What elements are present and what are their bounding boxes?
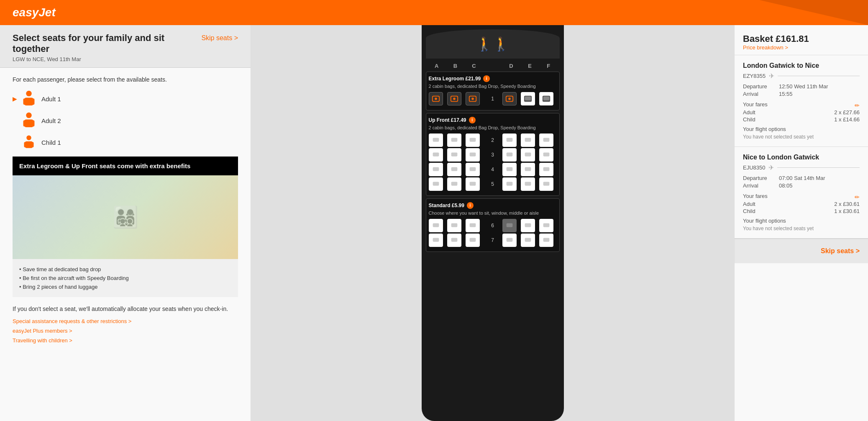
child1-icon — [21, 135, 36, 150]
seat-6d[interactable] — [502, 219, 517, 232]
passenger-child1[interactable]: ▶ Child 1 — [13, 135, 238, 150]
basket-header: Basket £161.81 Price breakdown > — [735, 25, 868, 55]
seat-5c[interactable] — [466, 177, 480, 191]
seat-7c[interactable] — [466, 234, 480, 247]
easyjet-plus-link[interactable]: easyJet Plus members > — [13, 328, 238, 334]
seat-4a[interactable] — [429, 163, 443, 176]
outbound-departure-label: Departure — [743, 83, 772, 90]
seat-7d[interactable] — [502, 234, 517, 247]
seat-6b[interactable] — [447, 219, 461, 232]
top-bar: Select seats for your family and sit tog… — [0, 25, 251, 68]
seat-1b[interactable] — [447, 92, 461, 105]
seat-3d[interactable] — [502, 148, 517, 162]
travelling-children-link[interactable]: Travelling with children > — [13, 337, 238, 344]
svg-rect-27 — [451, 138, 457, 142]
special-assistance-link[interactable]: Special assistance requests & other rest… — [13, 318, 238, 324]
svg-point-17 — [471, 98, 474, 100]
seat-4b[interactable] — [447, 163, 461, 176]
seat-5d[interactable] — [502, 177, 517, 191]
svg-rect-2 — [23, 98, 26, 105]
header: easyJet — [0, 0, 868, 25]
seat-3e[interactable] — [521, 148, 535, 162]
return-plane-icon: ✈ — [768, 164, 774, 172]
seat-2f[interactable] — [539, 133, 553, 147]
info-icon-legroom[interactable]: i — [483, 75, 490, 82]
return-number-row: EJU8350 ✈ — [743, 164, 860, 172]
return-adult-label: Adult — [743, 201, 755, 207]
seat-3b[interactable] — [447, 148, 461, 162]
return-arrival-value: 08:05 — [779, 182, 793, 189]
seat-6a[interactable] — [429, 219, 443, 232]
left-content: For each passenger, please select from t… — [0, 68, 251, 355]
info-icon-standard[interactable]: i — [467, 202, 474, 209]
info-icon-upfront[interactable]: i — [469, 117, 476, 123]
outbound-child-fare: Child 1 x £14.66 — [743, 116, 860, 123]
seat-row-2: 2 — [429, 133, 557, 147]
return-child-value: 1 x £30.61 — [834, 208, 860, 214]
seat-2c[interactable] — [466, 133, 480, 147]
svg-rect-93 — [525, 238, 531, 242]
return-arrival-label: Arrival — [743, 182, 772, 189]
seat-2e[interactable] — [521, 133, 535, 147]
seat-3f[interactable] — [539, 148, 553, 162]
seat-1c[interactable] — [466, 92, 480, 105]
seat-2b[interactable] — [447, 133, 461, 147]
svg-rect-65 — [469, 182, 476, 186]
seat-3a[interactable] — [429, 148, 443, 162]
seat-7a[interactable] — [429, 234, 443, 247]
header-decoration — [759, 0, 868, 25]
seat-7e[interactable] — [521, 234, 535, 247]
seat-1f[interactable] — [539, 92, 553, 105]
seat-6e[interactable] — [521, 219, 535, 232]
svg-rect-23 — [543, 97, 550, 100]
outbound-child-label: Child — [743, 116, 755, 123]
seat-map: 🚶🚶 A B C D E F Extra Legroom £21.99 i 2 … — [422, 25, 564, 421]
seat-6c[interactable] — [466, 219, 480, 232]
seat-4e[interactable] — [521, 163, 535, 176]
svg-rect-11 — [31, 142, 34, 147]
svg-rect-85 — [433, 238, 439, 242]
promo-image: 👨‍👩‍👧‍👦 — [13, 175, 238, 259]
upfront-header: Up Front £17.49 i — [429, 117, 557, 123]
row-2-number: 2 — [484, 137, 501, 143]
svg-point-4 — [26, 113, 31, 118]
return-options-title: Your flight options — [743, 218, 860, 224]
passenger-adult1[interactable]: ▶ Adult 1 — [13, 91, 238, 106]
seat-7b[interactable] — [447, 234, 461, 247]
seat-5a[interactable] — [429, 177, 443, 191]
seat-4d[interactable] — [502, 163, 517, 176]
outbound-options: Your flight options You have not selecte… — [743, 126, 860, 140]
seat-1a[interactable] — [429, 92, 443, 105]
svg-rect-29 — [469, 138, 476, 142]
seat-2a[interactable] — [429, 133, 443, 147]
price-breakdown-link[interactable]: Price breakdown > — [743, 44, 860, 51]
skip-seats-top[interactable]: Skip seats > — [201, 34, 238, 42]
outbound-edit-icon[interactable]: ✏ — [855, 102, 860, 109]
skip-seats-bottom[interactable]: Skip seats > — [821, 247, 860, 255]
seat-7f[interactable] — [539, 234, 553, 247]
row-1-number: 1 — [484, 96, 501, 102]
svg-rect-75 — [451, 223, 457, 227]
outbound-arrival-value: 15:55 — [779, 91, 793, 97]
return-adult-value: 2 x £30.61 — [834, 201, 860, 207]
outbound-adult-value: 2 x £27.66 — [834, 109, 860, 116]
passenger-adult2-name: Adult 2 — [41, 117, 61, 124]
seat-4f[interactable] — [539, 163, 553, 176]
return-edit-icon[interactable]: ✏ — [855, 194, 860, 200]
seat-row-1: 1 — [429, 92, 557, 105]
seat-5b[interactable] — [447, 177, 461, 191]
seat-2d[interactable] — [502, 133, 517, 147]
seat-5e[interactable] — [521, 177, 535, 191]
seat-4c[interactable] — [466, 163, 480, 176]
benefit-1: Save time at dedicated bag drop — [19, 265, 231, 274]
seat-6f[interactable] — [539, 219, 553, 232]
seat-3c[interactable] — [466, 148, 480, 162]
seat-1d[interactable] — [502, 92, 517, 105]
return-flight-number: EJU8350 — [743, 164, 765, 171]
passenger-adult2[interactable]: ▶ Adult 2 — [13, 113, 238, 128]
seat-5f[interactable] — [539, 177, 553, 191]
seat-1e[interactable] — [521, 92, 535, 105]
svg-point-19 — [508, 98, 511, 100]
return-flight: Nice to London Gatwick EJU8350 ✈ Departu… — [735, 147, 868, 239]
svg-rect-51 — [451, 167, 457, 171]
